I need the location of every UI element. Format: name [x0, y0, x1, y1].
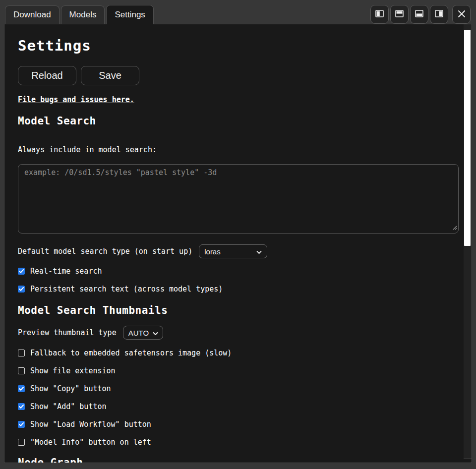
model-info-left-row: "Model Info" button on left: [18, 438, 450, 446]
save-button[interactable]: Save: [81, 66, 139, 85]
section-title-node-graph: Node Graph: [18, 457, 450, 463]
realtime-search-checkbox[interactable]: [18, 268, 25, 275]
settings-content: Settings Reload Save File bugs and issue…: [4, 24, 472, 463]
tab-strip: Download Models Settings: [5, 5, 154, 24]
preview-thumbnail-value: AUTO: [128, 329, 149, 337]
persistent-search-checkbox[interactable]: [18, 286, 25, 293]
file-bugs-link[interactable]: File bugs and issues here.: [18, 95, 134, 104]
persistent-search-row: Persistent search text (across model typ…: [18, 285, 450, 293]
show-copy-button-row: Show "Copy" button: [18, 385, 450, 392]
tab-bar: Download Models Settings: [0, 0, 476, 24]
show-file-extension-checkbox[interactable]: [18, 367, 25, 374]
default-search-type-value: loras: [204, 247, 221, 256]
tab-settings[interactable]: Settings: [106, 5, 153, 24]
always-include-textarea[interactable]: [18, 164, 459, 234]
preview-thumbnail-row: Preview thumbnail type AUTO: [18, 326, 450, 340]
split-view-top-button[interactable]: [390, 5, 409, 24]
default-search-type-label: Default model search type (on start up): [18, 247, 192, 256]
fallback-safetensors-checkbox[interactable]: [18, 350, 25, 356]
reload-button[interactable]: Reload: [18, 66, 76, 85]
show-copy-button-checkbox[interactable]: [18, 385, 25, 392]
model-info-left-checkbox[interactable]: [18, 439, 25, 446]
split-view-right-button[interactable]: [430, 5, 448, 24]
show-load-workflow-label: Show "Load Workflow" button: [30, 420, 151, 429]
tab-models[interactable]: Models: [61, 5, 105, 24]
show-load-workflow-checkbox[interactable]: [18, 421, 25, 428]
preview-thumbnail-select[interactable]: AUTO: [123, 326, 163, 340]
preview-thumbnail-label: Preview thumbnail type: [18, 328, 117, 337]
show-add-button-row: Show "Add" button: [18, 403, 450, 410]
show-file-extension-label: Show file extension: [30, 366, 116, 375]
default-search-type-row: Default model search type (on start up) …: [18, 244, 450, 258]
settings-panel: Settings Reload Save File bugs and issue…: [4, 24, 472, 463]
section-title-model-search: Model Search: [18, 115, 450, 127]
split-view-left-icon: [375, 10, 384, 19]
always-include-label: Always include in model search:: [18, 145, 450, 154]
action-button-row: Reload Save: [18, 66, 450, 85]
realtime-search-row: Real-time search: [18, 267, 450, 275]
show-add-button-checkbox[interactable]: [18, 403, 25, 410]
persistent-search-label: Persistent search text (across model typ…: [30, 285, 223, 293]
realtime-search-label: Real-time search: [30, 267, 102, 276]
scrollbar-thumb[interactable]: [464, 30, 471, 246]
chevron-down-icon: [256, 247, 262, 256]
fallback-safetensors-label: Fallback to embedded safetensors image (…: [30, 349, 232, 357]
model-search-textarea-wrap: [18, 164, 459, 234]
close-button[interactable]: [452, 5, 471, 24]
window-controls: [370, 5, 471, 24]
show-copy-button-label: Show "Copy" button: [30, 384, 111, 393]
show-load-workflow-row: Show "Load Workflow" button: [18, 420, 450, 428]
close-icon: [457, 9, 466, 20]
split-view-right-icon: [435, 10, 443, 19]
fallback-safetensors-row: Fallback to embedded safetensors image (…: [18, 349, 450, 356]
split-view-top-icon: [395, 10, 404, 19]
vertical-scrollbar[interactable]: [464, 24, 472, 459]
show-file-extension-row: Show file extension: [18, 367, 450, 374]
split-view-left-button[interactable]: [370, 5, 389, 24]
section-title-thumbnails: Model Search Thumbnails: [18, 304, 450, 316]
show-add-button-label: Show "Add" button: [30, 402, 107, 411]
scrollbar-track-end: [464, 459, 472, 459]
default-search-type-select[interactable]: loras: [199, 244, 267, 258]
split-view-bottom-icon: [415, 10, 423, 19]
tab-download[interactable]: Download: [5, 5, 60, 24]
resize-grip-icon[interactable]: [452, 223, 457, 232]
model-info-left-label: "Model Info" button on left: [30, 438, 151, 447]
page-title: Settings: [18, 37, 450, 54]
split-view-bottom-button[interactable]: [410, 5, 428, 24]
chevron-down-icon: [153, 329, 158, 337]
